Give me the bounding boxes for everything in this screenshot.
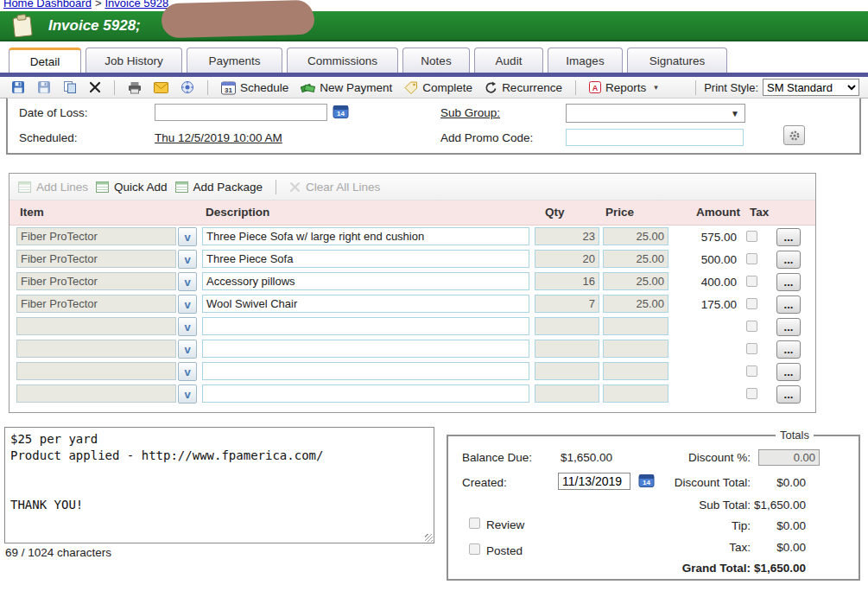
item-dropdown-button[interactable]: v [178,272,197,291]
discount-pct-input[interactable] [758,449,820,466]
tax-checkbox[interactable] [746,343,757,354]
item-input[interactable] [16,250,176,268]
description-input[interactable] [202,272,529,290]
description-input[interactable] [202,384,529,403]
more-options-button[interactable]: ... [776,251,801,269]
price-input[interactable] [603,340,668,358]
item-dropdown-button[interactable]: v [178,295,197,314]
new-payment-button[interactable]: New Payment [298,80,395,95]
tab-audit[interactable]: Audit [474,48,543,73]
reports-button[interactable]: A Reports ▾ [586,80,661,95]
promo-apply-button[interactable] [783,125,805,145]
column-header-tax: Tax [750,206,769,219]
description-input[interactable] [202,362,529,380]
tax-checkbox[interactable] [746,231,757,242]
save-button[interactable] [9,79,28,95]
sub-group-select[interactable]: ▼ [566,104,745,123]
item-dropdown-button[interactable]: v [178,227,197,246]
quick-add-button[interactable]: Quick Add [96,181,168,194]
item-input[interactable] [16,362,176,380]
price-input[interactable] [603,317,668,335]
clear-all-lines-button[interactable]: Clear All Lines [289,181,380,194]
item-dropdown-button[interactable]: v [178,384,197,404]
calendar-icon[interactable]: 14 [333,104,349,119]
tab-detail[interactable]: Detail [9,48,81,73]
tax-checkbox[interactable] [746,321,757,332]
qty-input[interactable] [535,295,599,313]
print-button[interactable] [125,80,144,95]
item-dropdown-button[interactable]: v [178,340,197,359]
scheduled-date-link[interactable]: Thu 12/5/2019 10:00 AM [155,131,282,144]
qty-input[interactable] [535,272,599,290]
quick-add-icon [96,181,109,193]
item-input[interactable] [16,295,176,313]
tab-commissions[interactable]: Commissions [287,48,398,73]
more-options-button[interactable]: ... [776,318,801,336]
description-input[interactable] [202,317,529,335]
more-options-button[interactable]: ... [776,385,801,404]
item-input[interactable] [16,384,176,403]
complete-button[interactable]: Complete [402,80,475,95]
add-package-button[interactable]: Add Package [175,181,263,194]
qty-input[interactable] [535,227,599,245]
review-checkbox[interactable] [469,518,480,529]
breadcrumb-home-link[interactable]: Home Dashboard [3,0,92,10]
tax-checkbox[interactable] [746,276,757,287]
item-input[interactable] [16,227,176,245]
more-options-button[interactable]: ... [776,273,801,291]
tab-images[interactable]: Images [548,48,623,73]
more-options-button[interactable]: ... [776,296,801,314]
target-button[interactable] [178,79,197,95]
price-input[interactable] [603,362,668,380]
qty-input[interactable] [535,317,599,335]
item-dropdown-button[interactable]: v [178,250,197,269]
item-dropdown-button[interactable]: v [178,362,197,381]
more-options-button[interactable]: ... [776,228,801,246]
qty-input[interactable] [535,384,599,403]
date-of-loss-input[interactable] [155,104,327,121]
qty-input[interactable] [535,250,599,268]
description-input[interactable] [202,340,529,358]
tab-notes[interactable]: Notes [402,48,470,73]
price-input[interactable] [603,227,668,245]
more-options-button[interactable]: ... [776,340,801,359]
tip-value: $0.00 [752,519,806,532]
item-input[interactable] [16,340,176,358]
sub-group-link[interactable]: Sub Group: [440,106,500,119]
tax-checkbox[interactable] [746,365,757,377]
delete-button[interactable] [86,80,104,94]
description-input[interactable] [202,295,529,313]
breadcrumb-current-link[interactable]: Invoice 5928 [105,0,168,10]
email-button[interactable] [151,81,171,94]
price-input[interactable] [603,384,668,403]
tab-payments[interactable]: Payments [187,48,282,73]
resize-handle[interactable] [425,534,433,542]
copy-button[interactable] [60,79,79,95]
save-close-button[interactable] [35,79,54,95]
tax-checkbox[interactable] [746,298,757,309]
promo-code-input[interactable] [566,129,744,146]
print-style-select[interactable]: SM Standard [763,79,859,96]
item-dropdown-button[interactable]: v [178,317,197,336]
item-input[interactable] [16,272,176,290]
price-input[interactable] [603,272,668,290]
tax-checkbox[interactable] [746,388,757,399]
item-input[interactable] [16,317,176,335]
tab-job-history[interactable]: Job History [86,48,182,73]
description-input[interactable] [202,227,529,245]
price-input[interactable] [603,250,668,268]
description-input[interactable] [202,250,529,268]
more-options-button[interactable]: ... [776,363,801,381]
recurrence-button[interactable]: Recurrence [482,80,565,95]
schedule-button[interactable]: 31 Schedule [219,79,291,96]
invoice-notes-textarea[interactable]: $25 per yard Product applied - http://ww… [4,427,434,543]
table-row: v ... [10,315,815,338]
qty-input[interactable] [535,362,599,380]
price-input[interactable] [603,295,668,313]
posted-checkbox[interactable] [469,543,480,555]
chevron-down-icon: v [184,299,190,310]
tab-signatures[interactable]: Signatures [627,48,727,73]
add-lines-button[interactable]: Add Lines [18,181,88,194]
qty-input[interactable] [535,340,599,358]
tax-checkbox[interactable] [746,253,757,264]
